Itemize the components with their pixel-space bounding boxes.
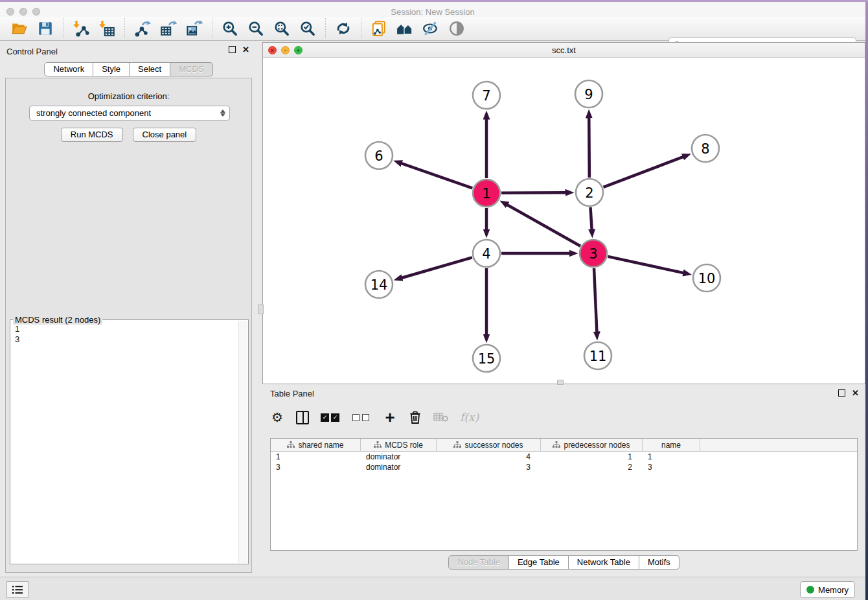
copy-document-icon[interactable] [369, 19, 389, 38]
export-image-icon[interactable] [185, 19, 204, 38]
graph-edge-3-11[interactable] [594, 268, 597, 332]
tab-network[interactable]: Network [44, 62, 93, 76]
tab-style[interactable]: Style [93, 62, 130, 76]
home-network-icon[interactable] [395, 19, 415, 38]
table-cell[interactable]: 1 [541, 452, 643, 461]
svg-text:9: 9 [584, 87, 593, 102]
control-panel: Control Panel ✕ NetworkStyleSelectMCDS O… [0, 41, 257, 577]
graph-node-4[interactable]: 4 [473, 240, 500, 267]
float-panel-icon[interactable] [229, 46, 236, 53]
graph-edge-1-2[interactable] [501, 192, 565, 193]
zoom-out-icon[interactable] [246, 19, 266, 38]
splitter-handle[interactable] [258, 305, 264, 314]
open-session-icon[interactable] [10, 19, 29, 38]
graph-node-10[interactable]: 10 [693, 264, 720, 292]
svg-text:11: 11 [589, 349, 607, 364]
tab-mcds[interactable]: MCDS [170, 62, 212, 76]
graph-edge-1-6[interactable] [402, 163, 472, 188]
delete-column-icon[interactable] [408, 409, 422, 426]
graph-edge-2-9[interactable] [589, 118, 589, 178]
export-network-icon[interactable] [133, 19, 152, 38]
table-cell[interactable]: 3 [437, 463, 541, 472]
tab-select[interactable]: Select [130, 62, 170, 76]
list-icon [12, 584, 23, 595]
graph-node-1[interactable]: 1 [473, 179, 500, 207]
close-panel-button[interactable]: Close panel [133, 128, 197, 142]
memory-button[interactable]: Memory [800, 581, 855, 598]
network-window-title: scc.txt [263, 45, 865, 55]
column-header-shared-name[interactable]: shared name [271, 439, 361, 451]
show-graphics-details-icon[interactable] [447, 19, 466, 38]
select-stepper-icon [220, 110, 225, 117]
zoom-in-icon[interactable] [220, 19, 240, 38]
add-column-icon[interactable]: + [383, 409, 397, 426]
network-canvas[interactable]: 7968124314101511 [263, 58, 865, 384]
tab-network-table[interactable]: Network Table [569, 555, 639, 570]
table-tree-icon [287, 441, 295, 448]
criterion-selected-value: strongly connected component [36, 108, 151, 118]
run-mcds-button[interactable]: Run MCDS [61, 128, 123, 142]
mcds-result-title: MCDS result (2 nodes) [13, 315, 102, 325]
graph-edge-3-1[interactable] [507, 205, 580, 246]
app-title: Session: New Session [0, 7, 865, 17]
select-all-checkboxes-icon[interactable]: ✓✓ [321, 409, 341, 426]
graph-edge-2-3[interactable] [590, 207, 591, 229]
import-table-icon[interactable] [97, 19, 117, 38]
splitter-handle[interactable] [557, 380, 564, 385]
toolbar-separator [212, 18, 212, 39]
table-panel-title: Table Panel [270, 389, 314, 398]
zoom-selected-icon[interactable] [298, 19, 317, 38]
table-panel-window-buttons: ✕ [838, 389, 859, 397]
table-row[interactable]: 1dominator411 [271, 452, 857, 462]
table-cell[interactable]: 3 [271, 463, 361, 472]
deselect-all-checkboxes-icon[interactable] [352, 409, 372, 426]
graph-node-15[interactable]: 15 [473, 345, 500, 372]
table-cell[interactable]: dominator [361, 452, 437, 461]
tab-edge-table[interactable]: Edge Table [509, 555, 569, 570]
graph-node-3[interactable]: 3 [580, 240, 607, 267]
graph-node-2[interactable]: 2 [576, 179, 603, 206]
table-tree-icon [553, 441, 560, 448]
graph-edge-2-8[interactable] [604, 157, 683, 187]
graph-node-9[interactable]: 9 [575, 80, 602, 108]
graph-node-14[interactable]: 14 [365, 271, 393, 298]
task-history-button[interactable] [6, 581, 29, 598]
svg-text:3: 3 [589, 246, 597, 262]
graph-node-8[interactable]: 8 [692, 135, 719, 162]
export-table-icon[interactable] [159, 19, 178, 38]
column-header-MCDS-role[interactable]: MCDS role [361, 439, 437, 451]
tab-node-table[interactable]: Node Table [448, 555, 509, 570]
apply-layout-icon[interactable] [334, 19, 353, 38]
import-network-icon[interactable] [71, 19, 91, 38]
close-panel-icon[interactable]: ✕ [852, 390, 859, 397]
table-header-row: shared nameMCDS rolesuccessor nodesprede… [271, 439, 857, 452]
table-row[interactable]: 3dominator323 [271, 462, 857, 472]
column-header-predecessor-nodes[interactable]: predecessor nodes [541, 439, 643, 451]
table-settings-gear-icon[interactable]: ⚙ [270, 409, 284, 426]
graph-node-11[interactable]: 11 [584, 342, 611, 369]
graph-node-7[interactable]: 7 [473, 82, 500, 109]
float-panel-icon[interactable] [838, 389, 845, 397]
table-cell[interactable]: 1 [643, 452, 700, 461]
app-titlebar: Session: New Session [0, 2, 865, 17]
graph-edge-3-10[interactable] [608, 257, 683, 273]
table-cell[interactable]: 4 [437, 452, 541, 461]
close-panel-icon[interactable]: ✕ [242, 47, 249, 53]
zoom-fit-icon[interactable] [272, 19, 291, 38]
result-scrollbar[interactable] [238, 321, 247, 563]
column-header-name[interactable]: name [643, 439, 700, 451]
table-cell[interactable]: 3 [643, 463, 700, 472]
table-cell[interactable]: dominator [361, 463, 437, 472]
svg-text:15: 15 [478, 351, 496, 367]
graph-edge-4-14[interactable] [402, 257, 472, 277]
tab-motifs[interactable]: Motifs [639, 555, 680, 570]
criterion-select[interactable]: strongly connected component [29, 106, 230, 121]
hide-graphics-details-icon[interactable] [421, 19, 440, 38]
save-session-icon[interactable] [36, 19, 55, 38]
column-header-successor-nodes[interactable]: successor nodes [437, 439, 541, 451]
column-visibility-icon[interactable] [295, 409, 310, 426]
graph-node-6[interactable]: 6 [365, 142, 393, 169]
table-cell[interactable]: 2 [541, 463, 643, 472]
table-tree-icon [374, 441, 382, 448]
table-cell[interactable]: 1 [271, 452, 361, 461]
